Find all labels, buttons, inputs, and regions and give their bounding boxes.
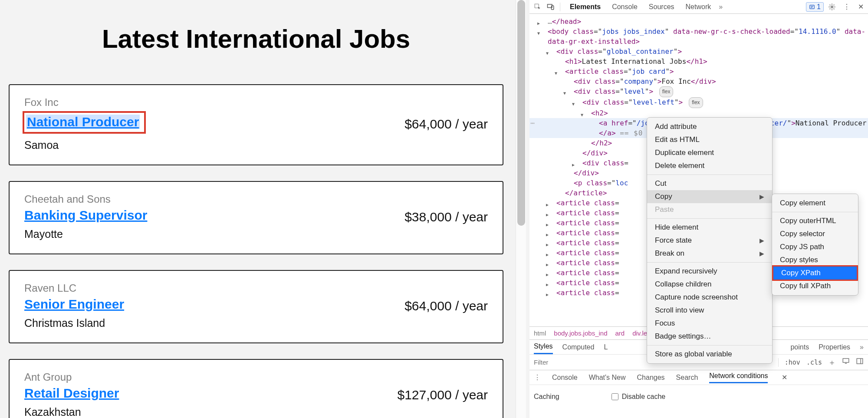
menu-copy-xpath[interactable]: Copy XPath: [772, 265, 858, 281]
dom-node[interactable]: …</head>: [538, 16, 868, 26]
tabs-overflow-icon[interactable]: »: [719, 3, 723, 11]
drawer-tab-console[interactable]: Console: [552, 374, 578, 382]
menu-separator: [647, 262, 772, 263]
crumb[interactable]: body.jobs.jobs_ind: [554, 329, 607, 337]
menu-force-state[interactable]: Force state▶: [647, 234, 772, 247]
menu-paste: Paste: [647, 203, 772, 216]
page-scrollbar[interactable]: [516, 0, 526, 418]
menu-copy-element[interactable]: Copy element: [772, 197, 858, 210]
drawer-tab-whatsnew[interactable]: What's New: [589, 374, 626, 382]
job-title-link[interactable]: Banking Supervisor: [24, 208, 147, 222]
scrollbar-thumb[interactable]: [517, 0, 525, 226]
menu-expand[interactable]: Expand recursively: [647, 265, 772, 278]
dom-node[interactable]: <body class="jobs jobs_index" data-new-g…: [538, 26, 868, 36]
menu-cut[interactable]: Cut: [647, 177, 772, 190]
issues-count: 1: [817, 3, 821, 11]
drawer-tab-search[interactable]: Search: [676, 374, 698, 382]
menu-separator: [647, 174, 772, 175]
menu-separator: [647, 218, 772, 219]
company-label: Cheetah and Sons: [24, 193, 147, 205]
menu-capture[interactable]: Capture node screenshot: [647, 291, 772, 304]
menu-copy-selector[interactable]: Copy selector: [772, 227, 858, 240]
job-title-link[interactable]: Retail Designer: [24, 386, 119, 400]
tab-elements[interactable]: Elements: [570, 0, 601, 13]
job-title-link[interactable]: Senior Engineer: [24, 297, 124, 311]
menu-edit-html[interactable]: Edit as HTML: [647, 133, 772, 146]
menu-focus[interactable]: Focus: [647, 317, 772, 330]
cls-toggle[interactable]: .cls: [806, 359, 822, 366]
drawer-tab-changes[interactable]: Changes: [637, 374, 665, 382]
inspect-icon[interactable]: [532, 1, 543, 13]
gear-icon[interactable]: [828, 3, 838, 11]
page-viewport: Latest International Jobs Fox Inc Nation…: [0, 0, 529, 418]
dom-node[interactable]: <div class="global_container">: [547, 46, 868, 56]
gutter-ellipsis-icon[interactable]: ⋯: [530, 118, 535, 128]
toolbar-divider: [560, 3, 560, 11]
menu-break-on[interactable]: Break on▶: [647, 247, 772, 260]
company-label: Ant Group: [24, 371, 119, 383]
dom-node[interactable]: <article class="job card">: [556, 66, 868, 76]
job-location: Christmas Island: [24, 317, 124, 329]
menu-copy-styles[interactable]: Copy styles: [772, 253, 858, 267]
job-title-link[interactable]: National Producer: [26, 115, 140, 129]
dom-node[interactable]: data-gr-ext-installed>: [538, 36, 868, 46]
dom-node[interactable]: <div class="company">Fox Inc</div>: [564, 76, 868, 86]
tab-console[interactable]: Console: [612, 0, 638, 13]
menu-separator: [772, 212, 858, 212]
styles-filter-input[interactable]: [534, 359, 621, 366]
tab-network[interactable]: Network: [686, 0, 711, 13]
device-icon[interactable]: [842, 357, 850, 368]
job-location: Mayotte: [24, 228, 147, 240]
menu-copy-outerhtml[interactable]: Copy outerHTML: [772, 214, 858, 227]
plus-icon[interactable]: ＋: [828, 357, 836, 368]
tab-layout-partial[interactable]: L: [604, 341, 608, 354]
crumb[interactable]: ard: [615, 329, 625, 337]
job-salary: $127,000 / year: [398, 388, 488, 402]
context-menu[interactable]: Add attribute Edit as HTML Duplicate ele…: [647, 117, 773, 364]
chevron-right-icon: ▶: [760, 237, 764, 244]
menu-copy-full-xpath[interactable]: Copy full XPath: [772, 280, 858, 293]
menu-store[interactable]: Store as global variable: [647, 348, 772, 361]
close-icon[interactable]: ✕: [782, 373, 787, 382]
checkbox-input[interactable]: [612, 393, 618, 400]
kebab-icon[interactable]: ⋮: [842, 3, 852, 11]
menu-separator: [647, 345, 772, 346]
dom-node[interactable]: <div class="level"> flex: [564, 86, 868, 97]
dom-node[interactable]: <div class="level-left"> flex: [573, 97, 868, 108]
disable-cache-checkbox[interactable]: Disable cache: [612, 393, 666, 401]
menu-duplicate[interactable]: Duplicate element: [647, 146, 772, 159]
tab-sources[interactable]: Sources: [649, 0, 674, 13]
menu-delete[interactable]: Delete element: [647, 159, 772, 172]
issues-badge[interactable]: 1: [806, 2, 824, 12]
tab-styles[interactable]: Styles: [534, 340, 553, 354]
job-location: Samoa: [24, 139, 146, 151]
job-salary: $64,000 / year: [404, 299, 488, 313]
menu-badge[interactable]: Badge settings…: [647, 330, 772, 343]
close-icon[interactable]: ✕: [856, 3, 865, 11]
kebab-icon[interactable]: ⋮: [534, 373, 541, 382]
crumb[interactable]: html: [534, 329, 546, 337]
menu-collapse[interactable]: Collapse children: [647, 278, 772, 291]
job-card: Ant Group Retail Designer Kazakhstan $12…: [9, 359, 503, 418]
svg-rect-9: [857, 359, 863, 364]
copy-submenu[interactable]: Copy element Copy outerHTML Copy selecto…: [772, 194, 858, 296]
job-location: Kazakhstan: [24, 406, 119, 418]
dom-node[interactable]: <h1>Latest International Jobs</h1>: [556, 56, 868, 66]
caching-label: Caching: [534, 393, 559, 401]
dom-node[interactable]: <h2>: [582, 108, 868, 118]
menu-scroll[interactable]: Scroll into view: [647, 304, 772, 317]
menu-add-attribute[interactable]: Add attribute: [647, 120, 772, 133]
tab-properties[interactable]: Properties: [819, 341, 850, 354]
panel-icon[interactable]: [856, 357, 864, 368]
tabs-overflow-icon[interactable]: »: [860, 343, 864, 351]
svg-rect-7: [843, 359, 849, 362]
hov-toggle[interactable]: :hov: [785, 359, 800, 366]
job-card: Cheetah and Sons Banking Supervisor Mayo…: [9, 181, 503, 254]
tab-computed[interactable]: Computed: [562, 341, 595, 354]
menu-hide[interactable]: Hide element: [647, 221, 772, 234]
drawer-tab-network-conditions[interactable]: Network conditions: [709, 372, 768, 383]
menu-copy-jspath[interactable]: Copy JS path: [772, 240, 858, 253]
menu-copy[interactable]: Copy▶: [647, 190, 772, 203]
device-toggle-icon[interactable]: [545, 1, 556, 13]
tab-breakpoints-partial[interactable]: points: [790, 341, 809, 354]
